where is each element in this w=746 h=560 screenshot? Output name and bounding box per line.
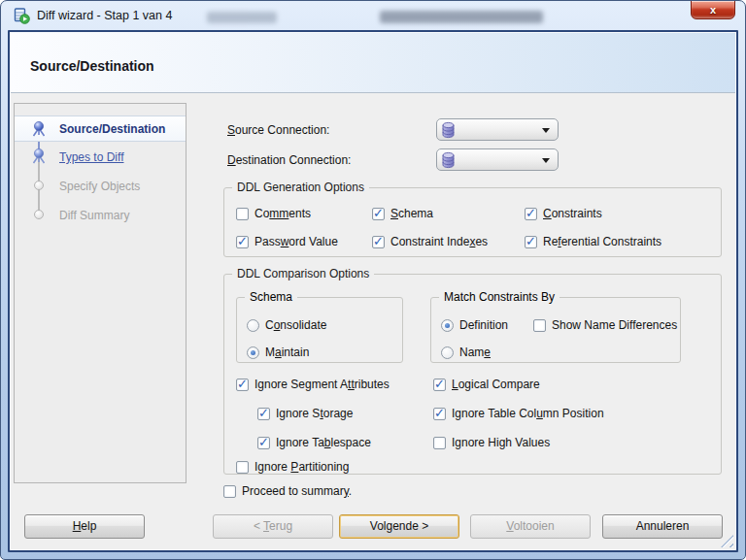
checkbox-box: ✓ (525, 208, 537, 220)
schema-group: Schema Consolidate Maintain (236, 297, 403, 363)
dialog-content: Source/Destination Source/Destination (8, 30, 738, 552)
checkbox-ignore-tablespace[interactable]: ✓ Ignore Tablespace (257, 434, 371, 451)
window-title: Diff wizard - Stap 1 van 4 (37, 9, 172, 22)
radio-label: Maintain (265, 346, 309, 359)
checkbox-constraint-indexes[interactable]: ✓ Constraint Indexes (372, 233, 488, 250)
checkbox-label: Comments (254, 207, 311, 220)
checkbox-password-value[interactable]: ✓ Password Value (236, 233, 338, 250)
checkbox-show-name-differences[interactable]: Show Name Differences (533, 316, 677, 334)
button-bar: Help < Terug Volgende > Voltooien Annule… (11, 487, 735, 549)
diff-wizard-app-icon (14, 8, 30, 24)
radio-label: Consolidate (265, 318, 326, 332)
checkbox-constraints[interactable]: ✓ Constraints (525, 205, 602, 222)
checkbox-label: Ignore Storage (276, 407, 353, 420)
wizard-page-header: Source/Destination (11, 33, 735, 93)
radio-label: Definition (459, 318, 508, 332)
step-transmitter-icon (30, 148, 48, 165)
checkbox-label: Ignore Partitioning (254, 460, 349, 474)
checkbox-box: ✓ (372, 208, 385, 220)
checkbox-box: ✓ (433, 379, 446, 391)
checkbox-box: ✓ (525, 236, 537, 248)
checkbox-label: Show Name Differences (552, 318, 677, 332)
group-title: Match Constraints By (439, 290, 560, 304)
sidebar-item-specify-objects: Specify Objects (59, 180, 140, 193)
titlebar[interactable]: Diff wizard - Stap 1 van 4 x (1, 1, 745, 30)
step-transmitter-icon (30, 120, 48, 138)
checkbox-box (236, 461, 249, 474)
checkbox-label: Constraints (543, 207, 602, 220)
step-circle-icon (34, 181, 44, 190)
source-connection-select[interactable] (436, 118, 559, 141)
radio-name[interactable]: Name (441, 344, 491, 361)
chevron-down-icon (542, 158, 550, 163)
destination-connection-select[interactable] (436, 148, 559, 171)
page-title: Source/Destination (30, 58, 154, 74)
checkbox-label: Ignore Table Column Position (452, 407, 604, 420)
destination-connection-label: Destination Connection: (227, 153, 351, 167)
checkbox-label: Ignore Segment Attributes (254, 378, 390, 391)
checkbox-box: ✓ (236, 379, 249, 391)
checkbox-box (533, 319, 546, 332)
checkbox-schema[interactable]: ✓ Schema (372, 205, 433, 222)
ddl-comparison-options-group: DDL Comparison Options Schema Consolidat… (223, 274, 722, 475)
dialog-window: Diff wizard - Stap 1 van 4 x Source/Dest… (0, 0, 746, 560)
checkbox-box: ✓ (433, 408, 446, 420)
source-connection-label: Source Connection: (227, 123, 329, 137)
checkbox-box: ✓ (257, 408, 270, 420)
back-button: < Terug (213, 514, 333, 539)
checkbox-label: Referential Constraints (543, 235, 661, 248)
close-button[interactable]: x (691, 0, 735, 19)
checkbox-ignore-segment-attributes[interactable]: ✓ Ignore Segment Attributes (236, 376, 390, 393)
checkbox-label: Password Value (254, 235, 338, 248)
finish-button: Voltooien (470, 514, 591, 539)
help-button[interactable]: Help (24, 514, 145, 539)
checkbox-box: ✓ (257, 437, 270, 449)
checkbox-ignore-high-values[interactable]: Ignore High Values (433, 434, 550, 451)
checkbox-label: Schema (390, 207, 433, 220)
group-title: DDL Generation Options (232, 181, 369, 194)
next-button[interactable]: Volgende > (339, 514, 459, 539)
radio-circle (247, 319, 259, 332)
checkbox-ignore-partitioning[interactable]: Ignore Partitioning (236, 458, 349, 476)
radio-circle (441, 346, 454, 359)
radio-label: Name (459, 346, 491, 359)
sidebar-item-diff-summary: Diff Summary (59, 209, 129, 222)
checkbox-comments[interactable]: Comments (236, 205, 311, 222)
ddl-generation-options-group: DDL Generation Options Comments ✓ Schema… (223, 187, 722, 257)
close-icon: x (710, 4, 716, 16)
radio-definition[interactable]: Definition (441, 316, 508, 334)
checkbox-logical-compare[interactable]: ✓ Logical Compare (433, 376, 540, 393)
database-icon (441, 121, 456, 139)
redacted-text (380, 11, 543, 23)
checkbox-label: Ignore Tablespace (276, 436, 371, 449)
wizard-steps-panel: Source/Destination Types to Diff Specify… (14, 103, 186, 483)
checkbox-ignore-table-column-position[interactable]: ✓ Ignore Table Column Position (433, 405, 604, 422)
radio-circle (247, 346, 259, 359)
wizard-body: Source/Destination Types to Diff Specify… (11, 94, 735, 486)
chevron-down-icon (542, 128, 550, 133)
checkbox-referential-constraints[interactable]: ✓ Referential Constraints (525, 233, 661, 250)
radio-maintain[interactable]: Maintain (247, 344, 309, 361)
checkbox-label: Logical Compare (452, 378, 540, 391)
step-label-source-destination: Source/Destination (59, 122, 165, 136)
cancel-button[interactable]: Annuleren (602, 514, 723, 539)
checkbox-box (236, 208, 249, 220)
checkbox-box (433, 437, 446, 449)
group-title: DDL Comparison Options (232, 267, 374, 280)
match-constraints-by-group: Match Constraints By Definition Show Nam… (430, 297, 681, 363)
checkbox-label: Ignore High Values (452, 436, 550, 449)
group-title: Schema (245, 290, 297, 304)
radio-circle (441, 319, 454, 332)
database-icon (441, 151, 456, 169)
checkbox-ignore-storage[interactable]: ✓ Ignore Storage (257, 405, 353, 422)
step-circle-icon (34, 210, 44, 219)
checkbox-box: ✓ (236, 236, 249, 248)
sidebar-item-types-to-diff[interactable]: Types to Diff (59, 150, 123, 164)
redacted-text (207, 12, 277, 23)
radio-consolidate[interactable]: Consolidate (247, 316, 326, 334)
checkbox-box: ✓ (372, 236, 385, 248)
checkbox-label: Constraint Indexes (390, 235, 488, 248)
